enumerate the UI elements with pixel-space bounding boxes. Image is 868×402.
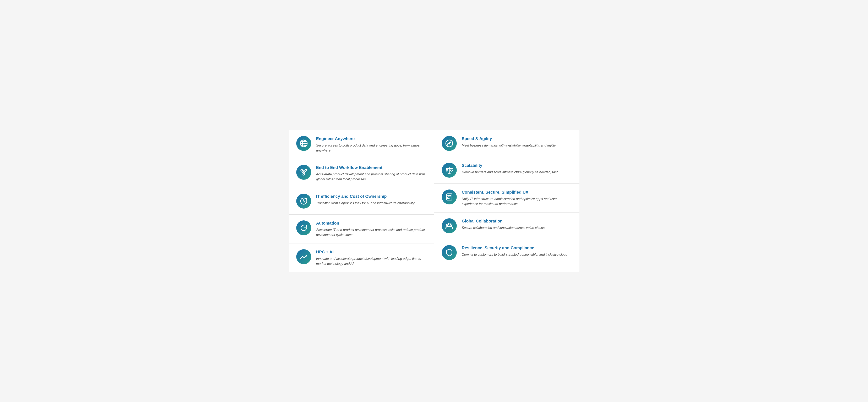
- item-title: Consistent, Secure, Simplified UX: [462, 189, 572, 195]
- item-text: Global Collaboration Secure collaboratio…: [462, 218, 572, 230]
- item-desc: Accelerate product development and promo…: [316, 172, 427, 182]
- item-text: End to End Workflow Enablement Accelerat…: [316, 165, 427, 182]
- people-icon: [442, 218, 457, 233]
- item-title: Speed & Agility: [462, 136, 572, 141]
- main-container: Engineer Anywhere Secure access to both …: [289, 130, 580, 272]
- item-desc: Commit to customers to build a trusted, …: [462, 252, 572, 257]
- item-title: HPC + AI: [316, 249, 427, 255]
- trending-up-icon: [296, 249, 311, 264]
- item-text: HPC + AI Innovate and accelerate product…: [316, 249, 427, 266]
- svg-point-20: [448, 223, 450, 225]
- item-desc: Innovate and accelerate product developm…: [316, 256, 427, 266]
- list-item: HPC + AI Innovate and accelerate product…: [289, 243, 434, 272]
- item-title: End to End Workflow Enablement: [316, 165, 427, 170]
- refresh-icon: [296, 220, 311, 235]
- svg-point-5: [303, 173, 304, 175]
- svg-point-12: [448, 143, 450, 144]
- list-item: IT efficiency and Cost of Ownership Tran…: [289, 188, 434, 215]
- svg-point-21: [446, 224, 448, 225]
- item-text: Consistent, Secure, Simplified UX Unify …: [462, 189, 572, 207]
- item-text: Speed & Agility Meet business demands wi…: [462, 136, 572, 148]
- shield-icon: [442, 245, 457, 260]
- item-desc: Accelerate IT and product development pr…: [316, 227, 427, 238]
- right-column: Speed & Agility Meet business demands wi…: [434, 130, 580, 272]
- scale-icon: [442, 163, 457, 178]
- item-desc: Secure collaboration and innovation acro…: [462, 225, 572, 230]
- item-text: Resilience, Security and Compliance Comm…: [462, 245, 572, 257]
- item-title: Engineer Anywhere: [316, 136, 427, 141]
- list-item: Engineer Anywhere Secure access to both …: [289, 130, 434, 159]
- item-title: Resilience, Security and Compliance: [462, 245, 572, 250]
- item-text: Scalability Remove barriers and scale in…: [462, 163, 572, 175]
- list-item: Consistent, Secure, Simplified UX Unify …: [434, 184, 580, 213]
- svg-point-22: [451, 224, 452, 225]
- item-text: Engineer Anywhere Secure access to both …: [316, 136, 427, 153]
- item-desc: Meet business demands with availability,…: [462, 143, 572, 148]
- speedometer-icon: [442, 136, 457, 151]
- svg-point-9: [303, 172, 304, 173]
- list-item: Speed & Agility Meet business demands wi…: [434, 130, 580, 157]
- item-desc: Secure access to both product data and e…: [316, 143, 427, 153]
- workflow-icon: [296, 165, 311, 180]
- item-text: Automation Accelerate IT and product dev…: [316, 220, 427, 238]
- item-text: IT efficiency and Cost of Ownership Tran…: [316, 194, 427, 206]
- item-title: Scalability: [462, 163, 572, 168]
- item-title: Automation: [316, 220, 427, 226]
- item-title: Global Collaboration: [462, 218, 572, 224]
- list-item: Global Collaboration Secure collaboratio…: [434, 213, 580, 239]
- checklist-icon: [442, 189, 457, 205]
- item-title: IT efficiency and Cost of Ownership: [316, 194, 427, 199]
- item-desc: Transition from Capex to Opex for IT and…: [316, 201, 427, 206]
- clock-refresh-icon: [296, 194, 311, 209]
- item-desc: Remove barriers and scale infrastructure…: [462, 170, 572, 175]
- list-item: Scalability Remove barriers and scale in…: [434, 157, 580, 184]
- list-item: Resilience, Security and Compliance Comm…: [434, 239, 580, 266]
- item-desc: Unify IT infrastructure administration a…: [462, 196, 572, 207]
- list-item: Automation Accelerate IT and product dev…: [289, 215, 434, 243]
- list-item: End to End Workflow Enablement Accelerat…: [289, 159, 434, 188]
- left-column: Engineer Anywhere Secure access to both …: [289, 130, 434, 272]
- globe-icon: [296, 136, 311, 151]
